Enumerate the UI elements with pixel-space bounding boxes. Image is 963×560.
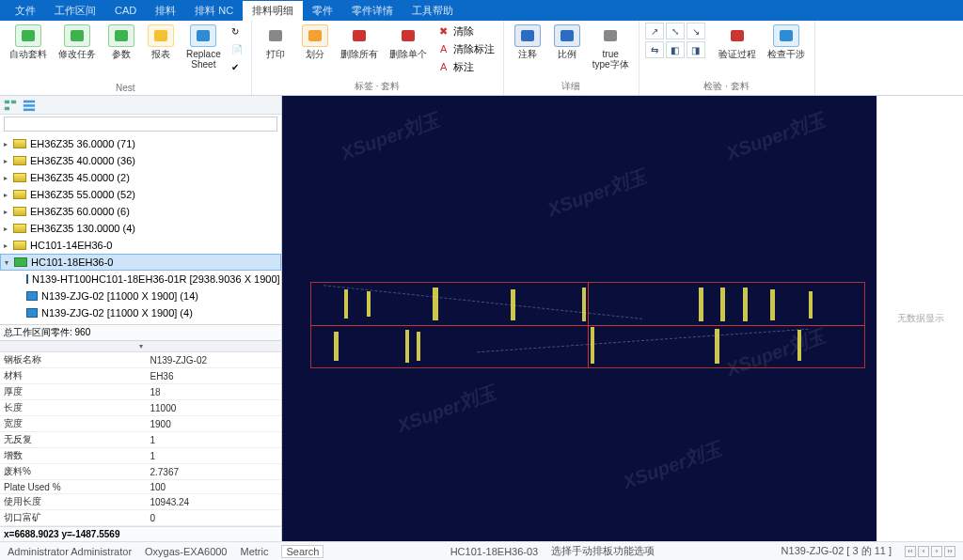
tab-3[interactable]: 排料 bbox=[146, 1, 185, 21]
status-machine: Oxygas-EXA6000 bbox=[145, 546, 227, 557]
svg-rect-2 bbox=[115, 30, 128, 41]
tag-清除标注[interactable]: A清除标注 bbox=[434, 40, 497, 57]
del-one-button[interactable]: 删除单个 bbox=[386, 23, 431, 61]
tree-group[interactable]: ▸EH36Z35 130.0000 (4) bbox=[0, 220, 281, 237]
truetype-button[interactable]: truetype字体 bbox=[589, 23, 633, 71]
tree-group-active[interactable]: ▾HC101-18EH36-0 bbox=[0, 254, 281, 271]
prop-row: 无反复1 bbox=[0, 432, 281, 448]
status-search[interactable]: Search bbox=[281, 545, 324, 558]
tree-search-input[interactable] bbox=[4, 117, 277, 132]
svg-rect-19 bbox=[24, 108, 35, 111]
mini-📄[interactable]: 📄 bbox=[229, 40, 245, 57]
mini-↻[interactable]: ↻ bbox=[229, 23, 245, 39]
split-button[interactable]: 划分 bbox=[297, 23, 333, 61]
params-button[interactable]: 参数 bbox=[103, 23, 139, 61]
scale-button[interactable]: 比例 bbox=[549, 23, 585, 61]
annot-button[interactable]: 注释 bbox=[510, 23, 545, 61]
align-↗[interactable]: ↗ bbox=[645, 23, 664, 39]
summary-bar: 总工作区间零件: 960 bbox=[0, 324, 281, 341]
tree-icon[interactable] bbox=[4, 99, 17, 112]
svg-rect-12 bbox=[731, 30, 744, 41]
align-↘[interactable]: ↘ bbox=[687, 23, 705, 39]
prop-row: 厚度18 bbox=[0, 384, 281, 400]
prop-row: 宽度1900 bbox=[0, 416, 281, 432]
tab-4[interactable]: 排料 NC bbox=[185, 1, 243, 21]
align-◧[interactable]: ◧ bbox=[666, 41, 685, 58]
tree-item[interactable]: N139-ZJG-02 [11000 X 1900] (4) bbox=[0, 304, 281, 321]
tab-1[interactable]: 工作区间 bbox=[45, 1, 105, 21]
prop-row: 钢板名称N139-ZJG-02 bbox=[0, 352, 281, 368]
canvas-area: XSuper刘玉 XSuper刘玉 XSuper刘玉 XSuper刘玉 XSup… bbox=[282, 96, 963, 541]
tab-6[interactable]: 零件 bbox=[303, 1, 342, 21]
left-panel: ▸EH36Z35 36.0000 (71)▸EH36Z35 40.0000 (3… bbox=[0, 96, 282, 541]
auto-nest-button[interactable]: 自动套料 bbox=[6, 23, 51, 61]
svg-rect-0 bbox=[22, 30, 35, 41]
interfere-button[interactable]: 检查干涉 bbox=[764, 23, 809, 61]
svg-rect-9 bbox=[521, 30, 534, 41]
nest-canvas[interactable]: XSuper刘玉 XSuper刘玉 XSuper刘玉 XSuper刘玉 XSup… bbox=[282, 96, 876, 541]
svg-rect-3 bbox=[154, 30, 167, 41]
prop-row: 增数1 bbox=[0, 448, 281, 464]
tree-item[interactable]: N139-HT100HC101-18EH36-01R [2938.9036 X … bbox=[0, 271, 281, 288]
tree-toolbar bbox=[0, 96, 281, 115]
svg-rect-8 bbox=[402, 30, 415, 41]
auto-nest-icon bbox=[20, 28, 37, 43]
menu-tabbar: 文件工作区间CAD排料排料 NC排料明细零件零件详情工具帮助 bbox=[0, 0, 963, 21]
split-icon bbox=[307, 28, 324, 43]
tree-group[interactable]: ▸EH36Z35 60.0000 (6) bbox=[0, 203, 281, 220]
tab-8[interactable]: 工具帮助 bbox=[403, 1, 463, 21]
tag-标注[interactable]: A标注 bbox=[434, 58, 497, 75]
svg-rect-6 bbox=[308, 30, 322, 41]
edit-task-button[interactable]: 修改任务 bbox=[55, 23, 100, 61]
svg-rect-10 bbox=[560, 30, 574, 41]
tree-item[interactable]: N139-ZJG-02 [11000 X 1900] (14) bbox=[0, 288, 281, 304]
tab-7[interactable]: 零件详情 bbox=[342, 1, 403, 21]
tree-group[interactable]: ▸EH36Z35 40.0000 (36) bbox=[0, 152, 281, 169]
params-icon bbox=[113, 28, 130, 43]
status-page: N139-ZJG-02 [ 3 的 11 ] bbox=[781, 544, 892, 558]
edit-task-icon bbox=[69, 28, 86, 43]
ribbon-group-check: ↗⤡↘⇆◧◨验证过程检查干涉 检验 · 套料 bbox=[639, 21, 815, 95]
status-bar: Administrator Administrator Oxygas-EXA60… bbox=[0, 541, 963, 560]
mini-✔[interactable]: ✔ bbox=[229, 58, 245, 75]
svg-rect-13 bbox=[780, 30, 793, 41]
tag-清除[interactable]: ✖清除 bbox=[434, 23, 497, 39]
del-all-button[interactable]: 删除所有 bbox=[337, 23, 382, 61]
collapse-handle[interactable]: ▾ bbox=[0, 341, 281, 352]
tab-2[interactable]: CAD bbox=[105, 2, 146, 19]
ribbon-group-view: 注释比例truetype字体 详细 bbox=[504, 21, 639, 95]
print-button[interactable]: 打印 bbox=[258, 23, 293, 61]
align-⤡[interactable]: ⤡ bbox=[666, 23, 685, 39]
truetype-icon bbox=[602, 28, 619, 43]
report-icon bbox=[152, 28, 169, 43]
info-pane: 无数据显示 bbox=[876, 96, 963, 541]
ribbon-group-nest: 自动套料修改任务参数报表ReplaceSheet↻📄✔ Nest bbox=[0, 21, 252, 95]
svg-rect-15 bbox=[11, 100, 16, 103]
report-button[interactable]: 报表 bbox=[143, 23, 179, 61]
pager[interactable]: ‹‹‹››› bbox=[905, 546, 955, 557]
ribbon-group-label: 详细 bbox=[510, 78, 633, 95]
prop-row: 废料%2.7367 bbox=[0, 464, 281, 480]
replace-sheet-button[interactable]: ReplaceSheet bbox=[182, 23, 225, 71]
verify-button[interactable]: 验证过程 bbox=[715, 23, 760, 61]
material-tree[interactable]: ▸EH36Z35 36.0000 (71)▸EH36Z35 40.0000 (3… bbox=[0, 133, 281, 324]
prop-row: 切口富矿0 bbox=[0, 510, 281, 526]
tree-group[interactable]: ▸EH36Z35 45.0000 (2) bbox=[0, 169, 281, 186]
svg-rect-17 bbox=[24, 100, 35, 102]
print-icon bbox=[267, 28, 284, 43]
prop-row: 材料EH36 bbox=[0, 368, 281, 384]
property-grid: 钢板名称N139-ZJG-02材料EH36厚度18长度11000宽度1900无反… bbox=[0, 352, 281, 526]
svg-rect-5 bbox=[269, 30, 282, 41]
tree-group[interactable]: ▸HC101-14EH36-0 bbox=[0, 237, 281, 254]
svg-rect-7 bbox=[353, 30, 366, 41]
align-⇆[interactable]: ⇆ bbox=[645, 41, 664, 58]
replace-sheet-icon bbox=[195, 28, 212, 43]
align-◨[interactable]: ◨ bbox=[687, 41, 705, 58]
interfere-icon bbox=[778, 28, 795, 43]
tree-group[interactable]: ▸EH36Z35 55.0000 (52) bbox=[0, 186, 281, 203]
tree-group[interactable]: ▸EH36Z35 36.0000 (71) bbox=[0, 135, 281, 152]
prop-row: 使用长度10943.24 bbox=[0, 494, 281, 510]
list-icon[interactable] bbox=[23, 99, 36, 112]
tab-5[interactable]: 排料明细 bbox=[243, 1, 303, 21]
tab-0[interactable]: 文件 bbox=[6, 1, 45, 21]
